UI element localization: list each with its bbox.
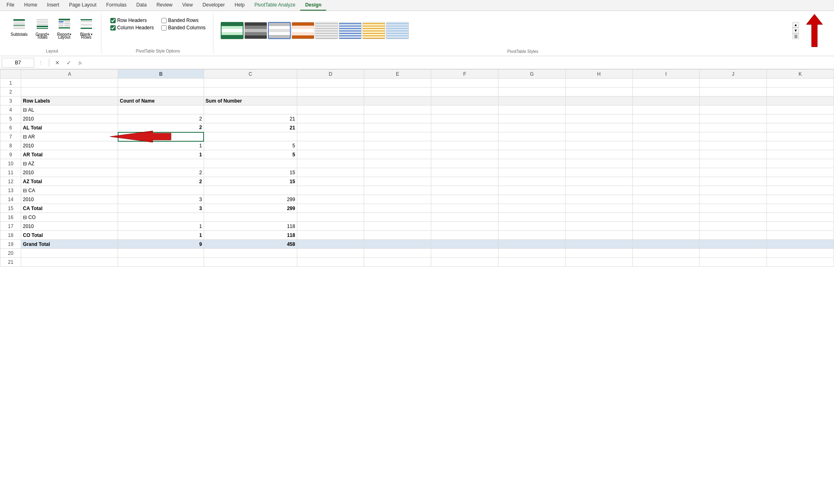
- row-header-15[interactable]: 15: [0, 204, 21, 213]
- cell-r15-c7[interactable]: [498, 204, 566, 213]
- cell-r9-c4[interactable]: [297, 150, 364, 159]
- cell-r20-c6[interactable]: [431, 249, 498, 258]
- cell-r14-c2[interactable]: 3: [118, 195, 204, 204]
- cell-r20-c1[interactable]: [21, 249, 118, 258]
- cell-r14-c7[interactable]: [498, 195, 566, 204]
- cell-r9-c6[interactable]: [431, 150, 498, 159]
- cell-r16-c8[interactable]: [565, 213, 632, 222]
- cell-r8-c2[interactable]: 1: [118, 141, 204, 150]
- cell-r2-c8[interactable]: [565, 88, 632, 96]
- cell-r19-c7[interactable]: [498, 240, 566, 249]
- spreadsheet[interactable]: A B C D E F G H I J K 123Row LabelsCount…: [0, 69, 834, 267]
- cell-r7-c7[interactable]: [498, 132, 566, 141]
- cell-r7-c3[interactable]: [204, 132, 297, 141]
- cell-r8-c1[interactable]: 2010: [21, 141, 118, 150]
- cell-r12-c1[interactable]: AZ Total: [21, 177, 118, 186]
- cell-r3-c5[interactable]: [364, 96, 431, 105]
- row-header-8[interactable]: 8: [0, 141, 21, 150]
- cell-r2-c3[interactable]: [204, 88, 297, 96]
- tab-formulas[interactable]: Formulas: [101, 0, 132, 11]
- cell-r3-c6[interactable]: [431, 96, 498, 105]
- cell-r13-c7[interactable]: [498, 186, 566, 195]
- cell-r14-c3[interactable]: 299: [204, 195, 297, 204]
- cancel-formula-btn[interactable]: ✕: [53, 58, 62, 68]
- style-swatch-1[interactable]: [221, 22, 244, 39]
- cell-r6-c7[interactable]: [498, 123, 566, 132]
- cell-r16-c2[interactable]: [118, 213, 204, 222]
- col-header-a[interactable]: A: [21, 70, 118, 79]
- cell-r7-c10[interactable]: [700, 132, 767, 141]
- cell-r16-c1[interactable]: ⊟ CO: [21, 213, 118, 222]
- cell-r2-c11[interactable]: [767, 88, 834, 96]
- cell-r12-c3[interactable]: 15: [204, 177, 297, 186]
- cell-r5-c5[interactable]: [364, 114, 431, 123]
- cell-r20-c5[interactable]: [364, 249, 431, 258]
- cell-r18-c6[interactable]: [431, 231, 498, 240]
- cell-r6-c11[interactable]: [767, 123, 834, 132]
- row-headers-option[interactable]: Row Headers: [110, 18, 155, 23]
- cell-r14-c11[interactable]: [767, 195, 834, 204]
- cell-r4-c3[interactable]: [204, 105, 297, 114]
- cell-r4-c11[interactable]: [767, 105, 834, 114]
- row-header-1[interactable]: 1: [0, 79, 21, 88]
- cell-r13-c11[interactable]: [767, 186, 834, 195]
- cell-r19-c5[interactable]: [364, 240, 431, 249]
- subtotals-button[interactable]: Subtotals: [7, 14, 31, 39]
- cell-r11-c1[interactable]: 2010: [21, 168, 118, 177]
- cell-r2-c6[interactable]: [431, 88, 498, 96]
- cell-r15-c9[interactable]: [632, 204, 700, 213]
- cell-r21-c11[interactable]: [767, 258, 834, 267]
- cell-r3-c8[interactable]: [565, 96, 632, 105]
- cell-r8-c4[interactable]: [297, 141, 364, 150]
- cell-r7-c9[interactable]: [632, 132, 700, 141]
- col-header-d[interactable]: D: [297, 70, 364, 79]
- cell-r17-c2[interactable]: 1: [118, 222, 204, 231]
- cell-r4-c6[interactable]: [431, 105, 498, 114]
- cell-r8-c6[interactable]: [431, 141, 498, 150]
- style-swatch-2[interactable]: [244, 22, 267, 39]
- cell-r4-c10[interactable]: [700, 105, 767, 114]
- cell-r18-c5[interactable]: [364, 231, 431, 240]
- cell-r18-c9[interactable]: [632, 231, 700, 240]
- banded-rows-option[interactable]: Banded Rows: [161, 18, 206, 23]
- cell-r3-c10[interactable]: [700, 96, 767, 105]
- row-header-6[interactable]: 6: [0, 123, 21, 132]
- cell-r18-c1[interactable]: CO Total: [21, 231, 118, 240]
- cell-r8-c5[interactable]: [364, 141, 431, 150]
- cell-r2-c5[interactable]: [364, 88, 431, 96]
- cell-r11-c9[interactable]: [632, 168, 700, 177]
- cell-r10-c1[interactable]: ⊟ AZ: [21, 159, 118, 168]
- cell-r11-c6[interactable]: [431, 168, 498, 177]
- col-header-j[interactable]: J: [700, 70, 767, 79]
- cell-r21-c3[interactable]: [204, 258, 297, 267]
- cell-r21-c6[interactable]: [431, 258, 498, 267]
- cell-r9-c9[interactable]: [632, 150, 700, 159]
- cell-r14-c10[interactable]: [700, 195, 767, 204]
- cell-r10-c9[interactable]: [632, 159, 700, 168]
- cell-r11-c7[interactable]: [498, 168, 566, 177]
- cell-r6-c9[interactable]: [632, 123, 700, 132]
- cell-r17-c4[interactable]: [297, 222, 364, 231]
- cell-r17-c7[interactable]: [498, 222, 566, 231]
- cell-r5-c7[interactable]: [498, 114, 566, 123]
- cell-r10-c6[interactable]: [431, 159, 498, 168]
- cell-r5-c6[interactable]: [431, 114, 498, 123]
- cell-r9-c3[interactable]: 5: [204, 150, 297, 159]
- tab-view[interactable]: View: [178, 0, 198, 11]
- cell-r14-c4[interactable]: [297, 195, 364, 204]
- cell-r9-c1[interactable]: AR Total: [21, 150, 118, 159]
- cell-r11-c3[interactable]: 15: [204, 168, 297, 177]
- cell-r18-c3[interactable]: 118: [204, 231, 297, 240]
- cell-r12-c2[interactable]: 2: [118, 177, 204, 186]
- cell-r3-c9[interactable]: [632, 96, 700, 105]
- cell-r9-c10[interactable]: [700, 150, 767, 159]
- cell-r21-c8[interactable]: [565, 258, 632, 267]
- cell-r15-c6[interactable]: [431, 204, 498, 213]
- cell-r6-c8[interactable]: [565, 123, 632, 132]
- col-header-h[interactable]: H: [565, 70, 632, 79]
- cell-r12-c7[interactable]: [498, 177, 566, 186]
- cell-r6-c2[interactable]: 2: [118, 123, 204, 132]
- cell-r9-c2[interactable]: 1: [118, 150, 204, 159]
- cell-r16-c4[interactable]: [297, 213, 364, 222]
- row-header-16[interactable]: 16: [0, 213, 21, 222]
